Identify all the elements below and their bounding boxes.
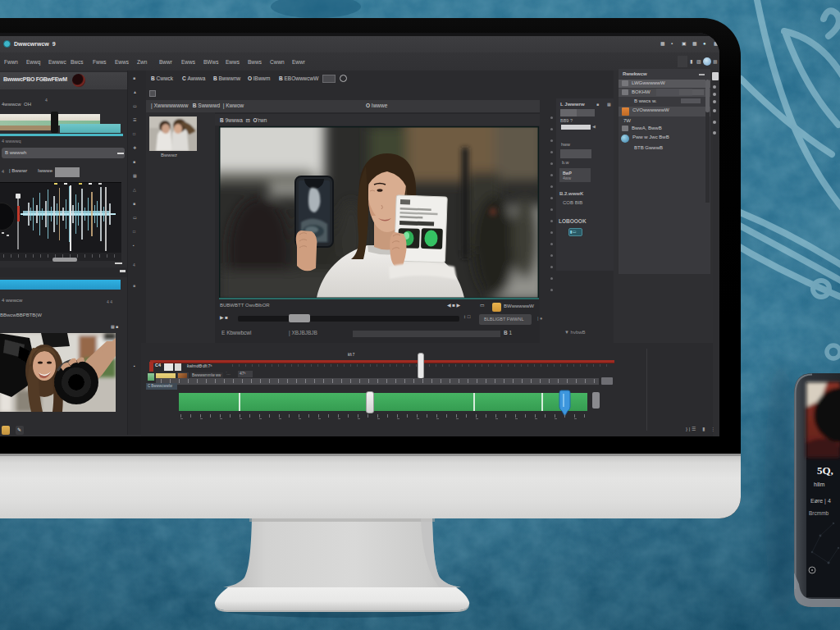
svg-text:5Q,: 5Q, [817, 464, 833, 477]
svg-text:Brcmmb: Brcmmb [809, 510, 829, 516]
svg-text:hIlm: hIlm [814, 482, 824, 487]
svg-text:Eøre | 4: Eøre | 4 [810, 498, 831, 504]
